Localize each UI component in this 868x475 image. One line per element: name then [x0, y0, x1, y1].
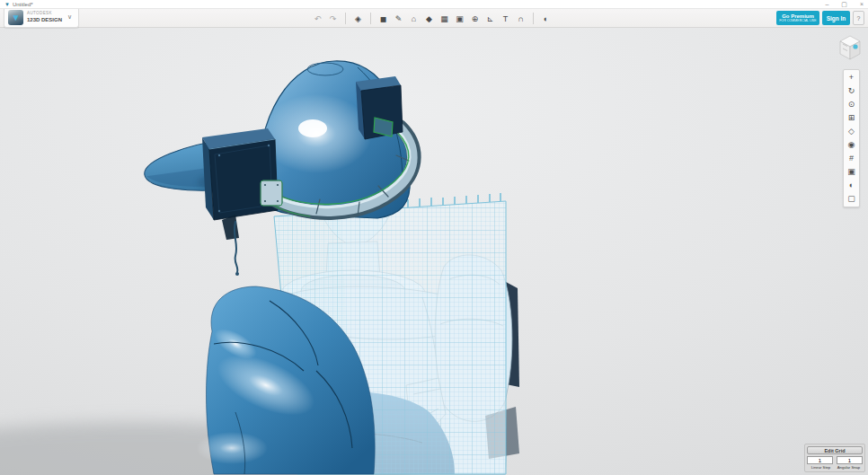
3d-scene[interactable]	[0, 28, 868, 475]
material-tool-button[interactable]: ◐	[539, 12, 553, 26]
transform-tool-button[interactable]: ◈	[351, 12, 365, 26]
restore-button[interactable]: ▢	[841, 0, 847, 9]
construct-tool-button[interactable]: ⌂	[407, 12, 421, 26]
window-title: Untitled*	[13, 2, 33, 7]
app-icon: ▼	[4, 0, 10, 9]
snap-tool-button[interactable]: ∩	[514, 12, 527, 26]
ring-mount-flange[interactable]	[261, 180, 282, 206]
window-titlebar: ▼ Untitled* – ▢ ×	[0, 0, 868, 9]
pattern-tool-button[interactable]: ▦	[438, 12, 451, 26]
sketch-tool-button[interactable]: ✎	[392, 12, 405, 26]
toolbar-separator	[533, 13, 534, 24]
autodesk-123d-logo-icon: ▼	[8, 10, 23, 25]
brand-product: 123D DESIGN	[27, 17, 62, 22]
minimize-button[interactable]: –	[825, 0, 828, 9]
combine-tool-button[interactable]: ⊕	[468, 12, 482, 26]
main-toolbar: ▼ AUTODESK 123D DESIGN ∨ ↶ ↷ ◈ ◼ ✎ ⌂ ◆ ▦…	[0, 9, 868, 28]
close-button[interactable]: ×	[860, 0, 864, 9]
outline-mode-button[interactable]: ▢	[844, 192, 859, 206]
angular-snap-input[interactable]	[837, 456, 863, 464]
linear-step-label: Linear Step	[807, 465, 835, 470]
units-button[interactable]: #	[844, 152, 859, 165]
sign-in-button[interactable]: Sign In	[822, 11, 850, 25]
chevron-down-icon: ∨	[67, 13, 72, 21]
screenshot-button[interactable]: ▣	[844, 165, 859, 179]
app-menu-button[interactable]: ▼ AUTODESK 123D DESIGN ∨	[4, 6, 79, 28]
right-equipment-box[interactable]	[356, 76, 403, 139]
undo-button[interactable]: ↶	[311, 12, 324, 26]
angular-snap-label: Angular Snap	[835, 465, 863, 470]
zoom-button[interactable]: ⊙	[844, 98, 859, 111]
help-button[interactable]: ?	[853, 11, 864, 25]
visibility-button[interactable]: ◉	[844, 138, 859, 152]
brand-company: AUTODESK	[27, 12, 62, 16]
edit-grid-button[interactable]: Edit Grid	[807, 446, 863, 454]
edit-grid-panel: Edit Grid Linear Step Angular Snap	[804, 444, 865, 472]
navigation-palette: + ↻ ⊙ ⊞ ◇ ◉ # ▣ ◐ ▢	[843, 69, 860, 207]
material-mode-button[interactable]: ◐	[844, 179, 859, 192]
modify-tool-button[interactable]: ◆	[422, 12, 436, 26]
measure-tool-button[interactable]: ⊾	[483, 12, 497, 26]
redo-button[interactable]: ↷	[326, 12, 340, 26]
fit-button[interactable]: ⊞	[844, 111, 859, 125]
go-premium-button[interactable]: Go Premium FOR COMMERCIAL USE	[776, 11, 819, 25]
toolbar-separator	[345, 13, 346, 24]
primitives-tool-button[interactable]: ◼	[376, 12, 390, 26]
view-home-button[interactable]: ◇	[844, 125, 859, 138]
orbit-button[interactable]: ↻	[844, 84, 859, 98]
text-tool-button[interactable]: T	[499, 12, 512, 26]
toolbar-separator	[370, 13, 371, 24]
pan-button[interactable]: +	[844, 71, 859, 84]
viewport[interactable]: + ↻ ⊙ ⊞ ◇ ◉ # ▣ ◐ ▢ Edit Grid Linear Ste…	[0, 28, 868, 475]
view-cube[interactable]	[835, 33, 864, 62]
linear-step-input[interactable]	[807, 456, 833, 464]
grouping-tool-button[interactable]: ▣	[453, 12, 466, 26]
